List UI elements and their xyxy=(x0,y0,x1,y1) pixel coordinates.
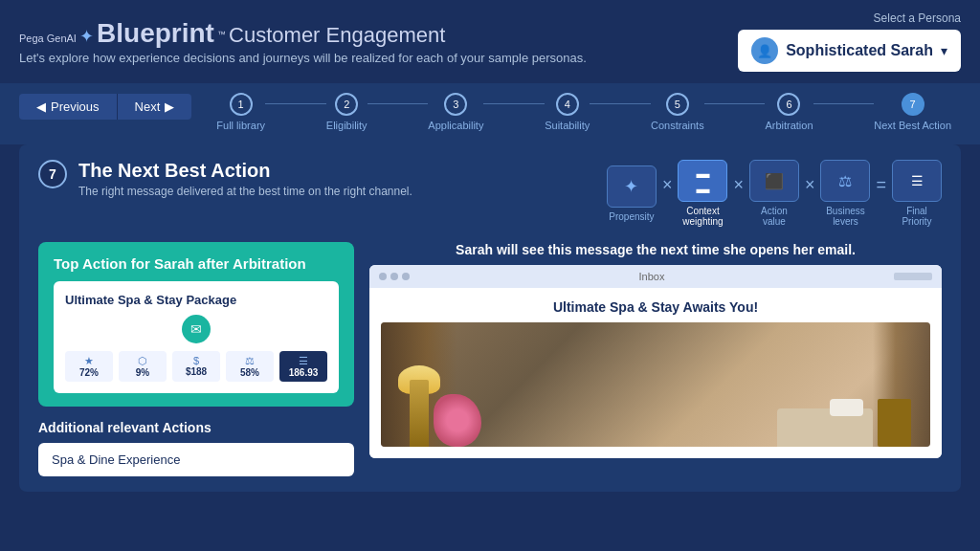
section-step-badge: 7 xyxy=(38,160,67,188)
step-item-5[interactable]: 5 Constraints xyxy=(651,93,704,131)
formula-action-value[interactable]: ⬛ Actionvalue xyxy=(749,160,799,227)
metric-context-value: 9% xyxy=(124,367,161,378)
section-header: 7 The Next Best Action The right message… xyxy=(38,160,942,227)
persona-selector-label: Select a Persona xyxy=(738,11,961,25)
top-action-title: Top Action for Sarah after Arbitration xyxy=(54,255,339,272)
step-connector-6 xyxy=(813,103,875,104)
final-priority-label: FinalPriority xyxy=(902,206,931,227)
context-weighting-icon-box: ▬▬ xyxy=(678,160,727,202)
additional-actions-title: Additional relevant Actions xyxy=(38,420,354,435)
email-toolbar-btn xyxy=(894,273,932,280)
final-priority-symbol: ☰ xyxy=(911,173,924,188)
next-arrow-icon: ▶ xyxy=(165,99,174,114)
email-dots xyxy=(379,273,410,280)
metric-value-box: $ $188 xyxy=(172,351,220,382)
action-value-symbol: ⬛ xyxy=(765,172,784,190)
step-connector-4 xyxy=(590,103,651,104)
step-item-1[interactable]: 1 Full library xyxy=(216,93,265,131)
next-label: Next xyxy=(135,99,161,114)
section-title: The Next Best Action xyxy=(78,160,412,182)
star-icon: ✦ xyxy=(79,27,94,46)
step-label-3: Applicability xyxy=(428,120,483,131)
section-subtitle: The right message delivered at the best … xyxy=(78,185,412,198)
email-dot-2 xyxy=(390,273,398,280)
persona-selector: Select a Persona 👤 Sophisticated Sarah ▾ xyxy=(738,11,961,72)
step-connector-5 xyxy=(704,103,766,104)
email-channel-icon: ✉ xyxy=(182,315,211,343)
step-circle-1: 1 xyxy=(230,93,253,116)
email-mockup: Inbox Ultimate Spa & Stay Awaits You! xyxy=(369,265,942,458)
step-label-1: Full library xyxy=(216,120,265,131)
metric-priority-icon: ☰ xyxy=(285,355,322,367)
formula-propensity[interactable]: ✦ Propensity xyxy=(607,165,657,222)
equals-op: = xyxy=(876,175,886,195)
email-hero-image xyxy=(381,322,930,447)
email-preview-area: Sarah will see this message the next tim… xyxy=(369,242,942,476)
action-value-label: Actionvalue xyxy=(761,206,788,227)
context-weighting-label: Contextweighting xyxy=(682,206,723,227)
list-item[interactable]: Spa & Dine Experience xyxy=(38,443,354,476)
metric-propensity: ★ 72% xyxy=(65,351,113,382)
persona-name: Sophisticated Sarah xyxy=(786,42,933,59)
step-item-2[interactable]: 2 Eligibility xyxy=(326,93,368,131)
metric-levers-icon: ⚖ xyxy=(232,355,268,367)
top-action-card: Top Action for Sarah after Arbitration U… xyxy=(38,242,354,407)
step-item-4[interactable]: 4 Suitability xyxy=(545,93,590,131)
metric-levers-value: 58% xyxy=(232,367,268,378)
step-circle-4: 4 xyxy=(556,93,579,116)
step-connector-2 xyxy=(368,103,429,104)
step-label-5: Constraints xyxy=(651,120,704,131)
steps-container: ◀ Previous Next ▶ 1 Full library 2 Eligi… xyxy=(0,83,980,144)
metric-propensity-value: 72% xyxy=(71,367,107,378)
next-button[interactable]: Next ▶ xyxy=(118,94,192,120)
action-value-icon-box: ⬛ xyxy=(749,160,799,202)
step-item-6[interactable]: 6 Arbitration xyxy=(765,93,813,131)
chevron-down-icon: ▾ xyxy=(941,43,947,58)
email-content: Ultimate Spa & Stay Awaits You! xyxy=(369,288,942,458)
step-circle-2: 2 xyxy=(335,93,358,116)
metric-levers: ⚖ 58% xyxy=(226,351,274,382)
multiply-op-3: × xyxy=(805,175,815,195)
metric-priority: ☰ 186.93 xyxy=(279,351,327,382)
step-circle-5: 5 xyxy=(666,93,689,116)
metric-value-value: $188 xyxy=(178,366,214,377)
steps-track: 1 Full library 2 Eligibility 3 Applicabi… xyxy=(207,93,961,131)
metric-priority-value: 186.93 xyxy=(285,367,322,378)
context-weighting-symbol: ▬▬ xyxy=(696,165,709,196)
pega-label: Pega GenAI xyxy=(19,33,77,44)
bottom-section: Top Action for Sarah after Arbitration U… xyxy=(38,242,942,476)
prev-button[interactable]: ◀ Previous xyxy=(19,94,118,120)
persona-avatar: 👤 xyxy=(751,37,778,64)
step-item-7[interactable]: 7 Next Best Action xyxy=(874,93,951,131)
formula-business-levers[interactable]: ⚖ Businesslevers xyxy=(820,160,870,227)
step-label-2: Eligibility xyxy=(326,120,368,131)
formula-final-priority[interactable]: ☰ FinalPriority xyxy=(892,160,942,227)
business-levers-icon-box: ⚖ xyxy=(820,160,870,202)
metric-value-icon: $ xyxy=(178,355,214,366)
email-dot-3 xyxy=(402,273,410,280)
step-circle-3: 3 xyxy=(444,93,467,116)
step-connector-3 xyxy=(483,103,545,104)
prev-arrow-icon: ◀ xyxy=(36,99,46,114)
action-item-name: Ultimate Spa & Stay Package xyxy=(65,293,327,307)
blueprint-label: Blueprint xyxy=(97,18,214,48)
metric-context-icon: ⬡ xyxy=(124,355,161,367)
step-item-3[interactable]: 3 Applicability xyxy=(428,93,483,131)
header: Pega GenAI ✦ Blueprint ™ Customer Engage… xyxy=(0,0,980,83)
prev-label: Previous xyxy=(51,99,100,114)
email-subject: Ultimate Spa & Stay Awaits You! xyxy=(381,299,930,315)
final-priority-icon-box: ☰ xyxy=(892,160,942,202)
header-left: Pega GenAI ✦ Blueprint ™ Customer Engage… xyxy=(19,18,587,65)
persona-dropdown-button[interactable]: 👤 Sophisticated Sarah ▾ xyxy=(738,30,961,72)
formula-row: ✦ Propensity × ▬▬ Contextweighting × ⬛ A… xyxy=(607,160,942,227)
action-metrics: ★ 72% ⬡ 9% $ $188 ⚖ 58% xyxy=(65,351,327,382)
flowers-decoration xyxy=(434,394,481,447)
propensity-symbol: ✦ xyxy=(624,176,638,197)
propensity-icon-box: ✦ xyxy=(607,165,657,208)
formula-context-weighting[interactable]: ▬▬ Contextweighting xyxy=(678,160,727,227)
action-item-icon-area: ✉ xyxy=(65,315,327,343)
product-label: Customer Engagement xyxy=(229,23,445,47)
propensity-label: Propensity xyxy=(609,211,654,222)
email-dot-1 xyxy=(379,273,387,280)
pillow-decoration xyxy=(830,399,863,416)
